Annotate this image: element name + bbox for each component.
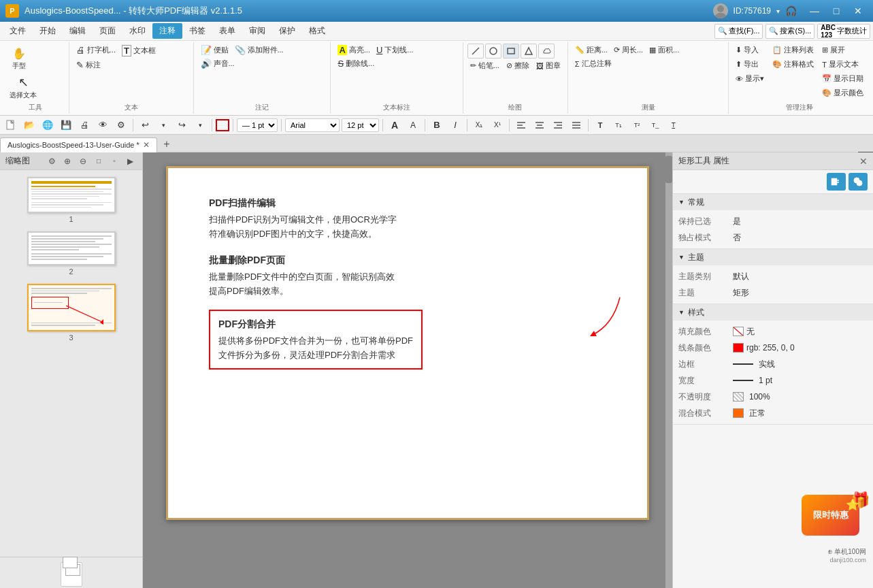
vertical-scrollbar[interactable] [665,152,672,588]
align-right-button[interactable] [550,118,566,133]
add-tab-button[interactable]: + [159,137,174,152]
fill-color-swatch[interactable] [733,327,744,336]
note-button[interactable]: 📝 便贴 [198,44,231,56]
export-button[interactable]: ⬆ 导出 [733,58,767,71]
menu-file[interactable]: 文件 [3,23,33,39]
pencil-button[interactable]: ✏ 铅笔... [467,59,502,72]
close-button[interactable]: ✕ [849,4,868,18]
sound-button[interactable]: 🔊 声音... [198,57,237,70]
minimize-button[interactable]: — [805,4,824,18]
annot-format-button[interactable]: 🎨 注释格式 [770,58,817,71]
search-button[interactable]: 🔍 搜索(S)... [765,24,814,39]
menu-page[interactable]: 页面 [93,23,122,39]
annot-list-button[interactable]: 📋 注释列表 [770,44,817,56]
open-button[interactable]: 📂 [21,118,37,133]
save-button[interactable]: 💾 [58,118,74,133]
user-dropdown-icon[interactable]: ▾ [776,7,780,15]
typewriter-button[interactable]: 🖨 打字机... [73,44,118,56]
font-format-1[interactable]: T [592,118,608,133]
thumb-copy-icon[interactable] [61,562,82,587]
show-text-button[interactable]: T 显示文本 [819,58,866,71]
doc-tab-main[interactable]: Auslogics-BoostSpeed-13-User-Guide * ✕ [0,137,157,152]
redo-dropdown[interactable]: ▾ [192,118,208,133]
stroke-color-swatch[interactable] [733,343,744,353]
user-id[interactable]: ID:757619 [734,6,771,16]
doc-tab-close[interactable]: ✕ [143,140,150,150]
thumb-settings-button[interactable]: ⚙ [45,155,59,167]
maximize-button[interactable]: □ [827,4,846,18]
decrease-font-button[interactable]: A [405,118,421,133]
align-left-button[interactable] [513,118,529,133]
font-format-3[interactable]: T² [629,118,645,133]
stroke-color-button[interactable] [216,119,229,131]
summary-button[interactable]: Σ 汇总注释 [572,57,614,70]
redo-button[interactable]: ↪ [174,118,190,133]
wordcount-button[interactable]: ABC123 字数统计 [817,24,870,39]
font-format-4[interactable]: T_ [647,118,663,133]
prop-icon-1[interactable] [827,173,846,191]
bold-button[interactable]: B [429,118,445,133]
line-width-select[interactable]: — 1 pt — 2 pt — 3 pt [237,118,278,132]
globe-button[interactable]: 🌐 [39,118,56,133]
thumb-zoom-in[interactable]: ⊕ [61,155,74,167]
hand-tool-button[interactable]: ✋ 手型 [7,44,31,72]
stamp-button[interactable]: 🖼 图章 [533,59,563,72]
font-format-2[interactable]: T₁ [610,118,627,133]
strikeout-button[interactable]: S 删除线... [335,57,377,70]
superscript-button[interactable]: X¹ [489,118,506,133]
rect-tool-button[interactable] [503,44,519,59]
attachment-button[interactable]: 📎 添加附件... [232,44,286,56]
highlight-button[interactable]: A 高亮... [335,44,373,56]
thumb-size-btn1[interactable]: □ [92,155,105,167]
settings-icon-btn[interactable]: ⚙ [113,118,129,133]
thumb-collapse[interactable]: ▶ [123,155,137,167]
prop-section-style-header[interactable]: ▼ 样式 [673,304,873,321]
font-format-5[interactable]: T̲ [665,118,682,133]
import-button[interactable]: ⬇ 导入 [733,44,767,56]
menu-review[interactable]: 审阅 [242,23,272,39]
find-button[interactable]: 🔍 查找(F)... [714,24,763,39]
polygon-tool-button[interactable] [521,44,537,59]
show-date-button[interactable]: 📅 显示日期 [819,72,866,85]
select-text-button[interactable]: ↖ 选择文本 [7,73,39,101]
thumbnail-page-1[interactable]: 1 [27,177,116,223]
cloud-tool-button[interactable] [538,44,555,59]
menu-protect[interactable]: 保护 [272,23,302,39]
show-color-button[interactable]: 🎨 显示颜色 [819,86,866,99]
menu-start[interactable]: 开始 [33,23,63,39]
thumb-zoom-out[interactable]: ⊖ [76,155,90,167]
justify-button[interactable] [568,118,584,133]
properties-close-button[interactable]: ✕ [859,156,868,167]
distance-button[interactable]: 📏 距离... [572,44,610,56]
new-button[interactable] [3,118,19,133]
print-icon-btn[interactable]: 🖨 [76,118,93,133]
view-btn[interactable]: 👁 [95,118,111,133]
scroll-thumb[interactable] [665,156,672,183]
ad-container[interactable]: 🎁 ⭐ 限时特惠 [802,495,866,546]
prop-icon-2[interactable] [849,173,868,191]
line-tool-button[interactable] [467,44,484,59]
align-center-button[interactable] [531,118,548,133]
prop-section-theme-header[interactable]: ▼ 主题 [673,249,873,265]
undo-dropdown[interactable]: ▾ [155,118,171,133]
menu-annotate[interactable]: 注释 [152,23,182,39]
menu-bookmark[interactable]: 书签 [182,23,212,39]
font-size-select[interactable]: 12 pt 14 pt 10 pt [342,118,379,132]
increase-font-button[interactable]: A [386,118,403,133]
eraser-button[interactable]: ⊘ 擦除 [504,59,532,72]
thumbnail-page-2[interactable]: 2 [27,231,116,276]
headset-icon[interactable]: 🎧 [785,5,797,16]
show-button[interactable]: 👁 显示▾ [733,72,767,85]
prop-section-general-header[interactable]: ▼ 常规 [673,194,873,210]
menu-watermark[interactable]: 水印 [122,23,152,39]
menu-edit[interactable]: 编辑 [63,23,93,39]
menu-form[interactable]: 表单 [212,23,242,39]
thumbnail-page-3[interactable]: 3 [27,284,116,342]
undo-button[interactable]: ↩ [137,118,153,133]
underline-button[interactable]: U 下划线... [374,44,416,56]
mark-button[interactable]: ✎ 标注 [73,59,103,71]
subscript-button[interactable]: X₁ [471,118,487,133]
document-scroll-area[interactable]: PDF扫描件编辑 扫描件PDF识别为可编辑文件，使用OCR光学字 符准确识别PD… [143,152,672,588]
font-name-select[interactable]: Arial Times New Roman [285,118,340,132]
menu-format[interactable]: 格式 [302,23,332,39]
